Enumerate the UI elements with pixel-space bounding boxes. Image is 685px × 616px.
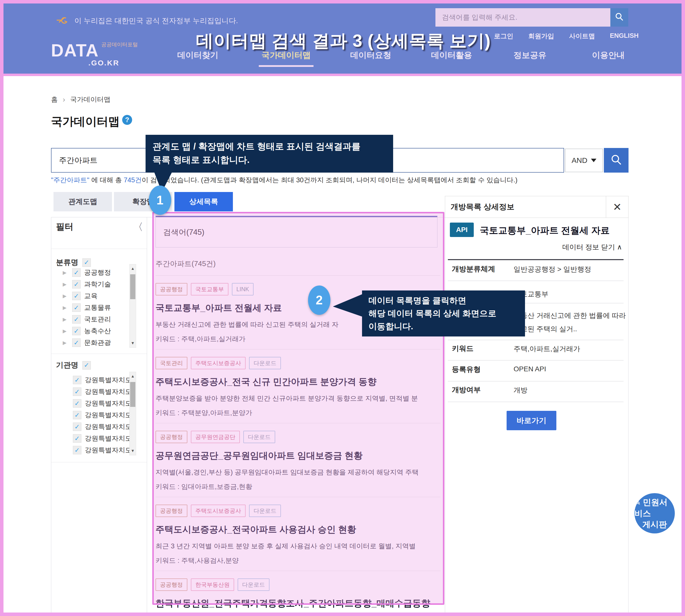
divider (51, 354, 147, 354)
filter-item: 강원특별자치도 (73, 422, 131, 431)
result-title-link[interactable]: 주택도시보증공사_전국아파트 사용검사 승인 현황 (155, 524, 441, 536)
checkbox[interactable] (73, 446, 81, 454)
scroll-down-icon[interactable] (130, 447, 136, 455)
filter-item-label[interactable]: 문화관광 (84, 338, 111, 347)
tree-arrow-icon[interactable] (63, 269, 69, 276)
filter-item-label[interactable]: 강원특별자치도 (85, 446, 131, 455)
civil-service-board-button[interactable]: 민원서비스 게시판 (635, 493, 675, 533)
nav-guide[interactable]: 이용안내 (588, 50, 628, 61)
category-scrollbar[interactable] (129, 264, 136, 348)
result-title-link[interactable]: 한국부동산원_전국주택가격동향조사_주간아파트동향_매매수급동향 (155, 597, 441, 610)
filter-item-label[interactable]: 강원특별자치도 (85, 411, 131, 420)
detail-row-value: 부동산 거래신고에 관한 법률에 따라 (514, 311, 626, 320)
help-icon[interactable] (122, 115, 132, 125)
checkbox[interactable] (72, 292, 81, 300)
gov-banner-text: 이 누리집은 대한민국 공식 전자정부 누리집입니다. (74, 16, 238, 26)
result-card: 공공행정 주택도시보증공사 다운로드 주택도시보증공사_전국아파트 사용검사 승… (155, 497, 441, 571)
category-tag: 공공행정 (155, 283, 187, 295)
divider (448, 340, 623, 340)
results-list: 검색어(745) 주간아파트(745건) 공공행정 국토교통부 LINK 국토교… (155, 216, 441, 616)
filter-item-label[interactable]: 강원특별자치도 (85, 434, 131, 443)
tree-arrow-icon[interactable] (63, 316, 69, 322)
callout-text: 데이터 목록명을 클릭하면 (368, 294, 518, 307)
util-link-english[interactable]: ENGLISH (610, 32, 639, 41)
checkbox[interactable] (73, 422, 81, 431)
checkbox[interactable] (73, 399, 81, 408)
detail-row-value: 개방 (514, 386, 528, 395)
filter-item-label[interactable]: 교통물류 (84, 303, 111, 312)
detail-collapse-link[interactable]: 데이터 정보 닫기 ∧ (522, 242, 622, 252)
checkbox[interactable] (72, 338, 81, 347)
operator-select[interactable]: AND (565, 149, 603, 172)
checkbox[interactable] (72, 280, 81, 288)
result-title-link[interactable]: 주택도시보증공사_전국 신규 민간아파트 분양가격 동향 (155, 376, 441, 388)
step-badge-2: 2 (308, 286, 330, 315)
screenshot-caption: 데이터맵 검색 결과 3 (상세목록 보기) (107, 29, 580, 53)
org-tag: 주택도시보증공사 (191, 357, 245, 369)
search-icon (610, 153, 623, 167)
scroll-up-icon[interactable] (130, 372, 136, 380)
collapse-icon[interactable] (133, 220, 143, 234)
scrollbar-thumb[interactable] (130, 382, 135, 407)
scroll-down-icon[interactable] (130, 339, 136, 347)
filter-item-label[interactable]: 강원특별자치도 (85, 422, 131, 431)
category-all-checkbox[interactable] (82, 258, 91, 267)
tree-arrow-icon[interactable] (63, 281, 69, 287)
divider (448, 259, 623, 260)
breadcrumb-home[interactable]: 홈 (51, 95, 58, 104)
search-icon (614, 12, 624, 23)
category-tag: 공공행정 (155, 578, 187, 591)
filter-item-label[interactable]: 강원특별자치도 (85, 387, 131, 396)
checkbox[interactable] (72, 327, 81, 335)
checkbox[interactable] (73, 376, 81, 384)
detail-dataset-title[interactable]: 국토교통부_아파트 전월세 자료 (480, 224, 609, 237)
tree-arrow-icon[interactable] (63, 305, 69, 311)
filter-item-label[interactable]: 교육 (84, 291, 98, 301)
result-mid: 에 대해 총 (89, 176, 124, 184)
tree-arrow-icon[interactable] (63, 328, 69, 334)
result-title-link[interactable]: 공무원연금공단_공무원임대아파트 임대보증금 현황 (155, 449, 441, 462)
header-search-button[interactable] (611, 8, 628, 27)
result-card: 공공행정 공무원연금공단 다운로드 공무원연금공단_공무원임대아파트 임대보증금… (155, 423, 441, 497)
logo-main: DATA (51, 41, 99, 60)
search-button[interactable] (604, 148, 628, 173)
tab-relation-map[interactable]: 관계도맵 (53, 192, 112, 212)
checkbox[interactable] (72, 303, 81, 312)
annotation-callout-1: 관계도 맵 / 확장맵에 차트 형태로 표시된 검색결과를 목록 형태로 표시합… (146, 135, 393, 173)
tree-arrow-icon[interactable] (63, 293, 69, 299)
breadcrumb-current: 국가데이터맵 (70, 95, 110, 104)
checkbox[interactable] (72, 268, 81, 277)
scrollbar-thumb[interactable] (130, 274, 135, 299)
filter-item: 교육 (63, 291, 98, 301)
go-button[interactable]: 바로가기 (507, 411, 556, 430)
filter-item-label[interactable]: 국토관리 (84, 315, 111, 324)
operator-value: AND (572, 156, 587, 164)
page-title: 국가데이터맵 (51, 114, 132, 129)
filter-item-label[interactable]: 강원특별자치도 (85, 399, 131, 408)
checkbox[interactable] (73, 434, 81, 443)
filter-section-category: 분류명 (56, 257, 91, 268)
filter-item-label[interactable]: 과학기술 (84, 280, 111, 289)
filter-item-label[interactable]: 공공행정 (84, 268, 111, 277)
tab-detail-list[interactable]: 상세목록 (174, 192, 233, 212)
close-icon[interactable] (606, 196, 628, 218)
scroll-up-icon[interactable] (130, 264, 136, 273)
type-tag: LINK (232, 283, 254, 295)
checkbox[interactable] (73, 388, 81, 396)
breadcrumb-separator-icon (63, 95, 65, 104)
filter-item-label[interactable]: 강원특별자치도 (85, 375, 131, 384)
org-scrollbar[interactable] (129, 372, 136, 455)
detail-panel-title: 개방목록 상세정보 (445, 202, 606, 212)
detail-row-label: 개방여부 (452, 385, 481, 395)
detail-row-label: 키워드 (452, 344, 473, 354)
tree-arrow-icon[interactable] (63, 340, 69, 346)
type-tag: 다운로드 (249, 357, 281, 369)
checkbox[interactable] (73, 411, 81, 419)
header-search-input[interactable]: 검색어를 입력해 주세요. (435, 8, 611, 27)
detail-row-value: OPEN API (514, 365, 546, 373)
checkbox[interactable] (72, 315, 81, 324)
divider (448, 281, 623, 281)
detail-row-label: 개방분류체계 (452, 264, 495, 274)
filter-item-label[interactable]: 농축수산 (84, 327, 111, 335)
org-all-checkbox[interactable] (82, 361, 91, 370)
